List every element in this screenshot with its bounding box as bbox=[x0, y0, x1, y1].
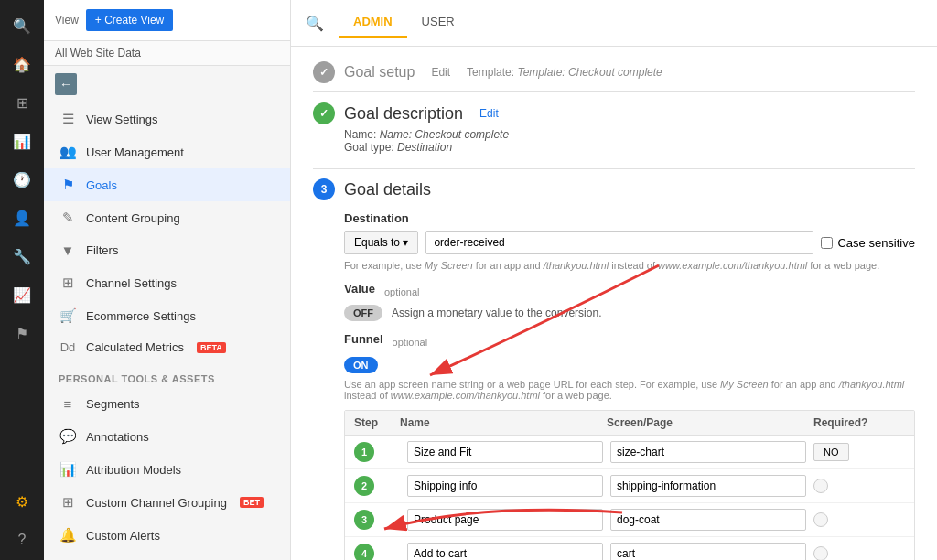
view-settings-icon: ☰ bbox=[59, 111, 77, 127]
col-required: Required? bbox=[813, 416, 905, 429]
funnel-hint: Use an app screen name string or a web p… bbox=[344, 379, 915, 401]
destination-row: Equals to ▾ Case sensitive bbox=[344, 231, 915, 254]
case-sensitive-label: Case sensitive bbox=[837, 236, 915, 250]
admin-tab[interactable]: ADMIN bbox=[339, 7, 407, 38]
sidebar-item-annotations[interactable]: 💬 Annotations bbox=[44, 420, 290, 453]
row4-required-radio[interactable] bbox=[813, 546, 828, 560]
top-search-icon[interactable]: 🔍 bbox=[306, 15, 324, 32]
value-optional-label: optional bbox=[384, 286, 420, 297]
sidebar-item-ecommerce-settings[interactable]: 🛒 Ecommerce Settings bbox=[44, 299, 290, 332]
col-step: Step bbox=[354, 416, 400, 429]
sidebar-item-user-management[interactable]: 👥 User Management bbox=[44, 135, 290, 168]
nav-clock-icon[interactable]: 🕐 bbox=[4, 161, 40, 198]
sidebar-label-user-management: User Management bbox=[86, 145, 184, 159]
step3-circle: 3 bbox=[313, 178, 335, 200]
funnel-optional-label: optional bbox=[393, 337, 428, 348]
sidebar: View + Create View All Web Site Data ← ☰… bbox=[44, 0, 291, 560]
row2-name-input[interactable] bbox=[407, 475, 603, 497]
row3-step: 3 bbox=[354, 510, 374, 530]
main-content: 🔍 ADMIN USER ✓ Goal setup Edit Template:… bbox=[291, 0, 937, 560]
nav-home-icon[interactable]: 🏠 bbox=[4, 46, 40, 82]
funnel-field: Funnel optional ON Use an app screen nam… bbox=[313, 332, 915, 560]
nav-settings-icon[interactable]: ⚙ bbox=[4, 483, 40, 520]
nav-search-icon[interactable]: 🔍 bbox=[4, 7, 40, 44]
goal-setup-title: Goal setup bbox=[344, 64, 415, 81]
row3-required-radio[interactable] bbox=[813, 512, 828, 527]
goal-details-title: Goal details bbox=[344, 180, 431, 199]
table-row: 2 bbox=[345, 469, 914, 503]
nav-dashboard-icon[interactable]: ⊞ bbox=[4, 84, 40, 121]
sidebar-item-attribution-models[interactable]: 📊 Attribution Models bbox=[44, 453, 290, 486]
row1-step: 1 bbox=[354, 442, 374, 462]
back-button[interactable]: ← bbox=[44, 66, 290, 102]
value-field: Value optional OFF Assign a monetary val… bbox=[313, 282, 915, 321]
nav-flag-icon[interactable]: ⚑ bbox=[4, 315, 40, 351]
funnel-table-header: Step Name Screen/Page Required? bbox=[345, 411, 914, 436]
row4-required-cell bbox=[813, 546, 905, 560]
content-area: ✓ Goal setup Edit Template: Template: Ch… bbox=[291, 47, 937, 560]
user-management-icon: 👥 bbox=[59, 144, 77, 160]
goal-description-edit[interactable]: Edit bbox=[479, 107, 499, 120]
sidebar-item-calculated-metrics[interactable]: Dd Calculated Metrics BETA bbox=[44, 332, 290, 362]
user-tab[interactable]: USER bbox=[407, 7, 469, 38]
goal-setup-header: ✓ Goal setup Edit Template: Template: Ch… bbox=[313, 61, 915, 92]
section-divider bbox=[313, 168, 915, 169]
goal-type-line: Goal type: Destination bbox=[344, 141, 915, 154]
funnel-table: Step Name Screen/Page Required? 1 NO bbox=[344, 410, 915, 560]
view-label: View bbox=[55, 14, 79, 27]
sidebar-item-custom-channel-grouping[interactable]: ⊞ Custom Channel Grouping BET bbox=[44, 486, 290, 519]
nav-help-icon[interactable]: ? bbox=[4, 522, 40, 558]
value-hint: Assign a monetary value to the conversio… bbox=[392, 307, 601, 319]
row2-required-radio[interactable] bbox=[813, 479, 828, 493]
goal-details-section: 3 Goal details Destination Equals to ▾ C… bbox=[313, 178, 915, 560]
value-toggle-off[interactable]: OFF bbox=[344, 305, 382, 321]
row3-required-cell bbox=[813, 512, 905, 527]
goal-description-title: Goal description bbox=[344, 104, 463, 124]
personal-section-label: PERSONAL TOOLS & ASSETS bbox=[44, 362, 290, 388]
destination-input[interactable] bbox=[425, 231, 813, 254]
sidebar-item-custom-alerts[interactable]: 🔔 Custom Alerts bbox=[44, 519, 290, 552]
step2-circle: ✓ bbox=[313, 102, 335, 124]
goal-name-line: Name: Name: Checkout complete bbox=[344, 128, 915, 141]
row1-no-button[interactable]: NO bbox=[813, 443, 849, 461]
row1-screen-input[interactable] bbox=[610, 441, 806, 463]
destination-field: Destination Equals to ▾ Case sensitive F… bbox=[313, 211, 915, 271]
sidebar-item-goals[interactable]: ⚑ Goals bbox=[44, 168, 290, 201]
goal-description-section: ✓ Goal description Edit Name: Name: Chec… bbox=[313, 102, 915, 154]
sidebar-label-content-grouping: Content Grouping bbox=[86, 211, 180, 225]
back-arrow-icon: ← bbox=[55, 73, 77, 95]
destination-hint: For example, use My Screen for an app an… bbox=[344, 260, 915, 271]
row2-screen-input[interactable] bbox=[610, 475, 806, 497]
ecommerce-settings-icon: 🛒 bbox=[59, 307, 77, 324]
sidebar-label-ecommerce-settings: Ecommerce Settings bbox=[86, 309, 196, 323]
custom-alerts-icon: 🔔 bbox=[59, 527, 77, 544]
all-web-data-label: All Web Site Data bbox=[44, 41, 290, 66]
row4-screen-input[interactable] bbox=[610, 543, 806, 560]
nav-user-icon[interactable]: 👤 bbox=[4, 199, 40, 236]
nav-chart-icon[interactable]: 📈 bbox=[4, 276, 40, 313]
attribution-models-icon: 📊 bbox=[59, 461, 77, 478]
equals-to-dropdown[interactable]: Equals to ▾ bbox=[344, 231, 418, 254]
row1-name-input[interactable] bbox=[407, 441, 603, 463]
row3-screen-input[interactable] bbox=[610, 509, 806, 531]
nav-tools-icon[interactable]: 🔧 bbox=[4, 238, 40, 275]
row1-required-cell: NO bbox=[813, 443, 905, 461]
funnel-toggle-on[interactable]: ON bbox=[344, 357, 378, 373]
row3-name-input[interactable] bbox=[407, 509, 603, 531]
goal-description-meta: Name: Name: Checkout complete Goal type:… bbox=[313, 128, 915, 154]
sidebar-item-filters[interactable]: ▼ Filters bbox=[44, 234, 290, 266]
sidebar-item-channel-settings[interactable]: ⊞ Channel Settings bbox=[44, 266, 290, 299]
goals-icon: ⚑ bbox=[59, 177, 77, 193]
case-sensitive-checkbox[interactable] bbox=[821, 237, 833, 249]
row4-name-input[interactable] bbox=[407, 543, 603, 560]
sidebar-item-segments[interactable]: ≡ Segments bbox=[44, 388, 290, 420]
nav-reports-icon[interactable]: 📊 bbox=[4, 123, 40, 159]
table-row: 1 NO bbox=[345, 436, 914, 469]
sidebar-label-segments: Segments bbox=[86, 397, 140, 411]
create-view-button[interactable]: + Create View bbox=[86, 9, 174, 31]
destination-label: Destination bbox=[344, 211, 915, 225]
sidebar-item-content-grouping[interactable]: ✎ Content Grouping bbox=[44, 201, 290, 234]
goal-setup-edit[interactable]: Edit bbox=[431, 66, 450, 79]
calculated-metrics-icon: Dd bbox=[59, 340, 77, 354]
sidebar-item-view-settings[interactable]: ☰ View Settings bbox=[44, 102, 290, 135]
